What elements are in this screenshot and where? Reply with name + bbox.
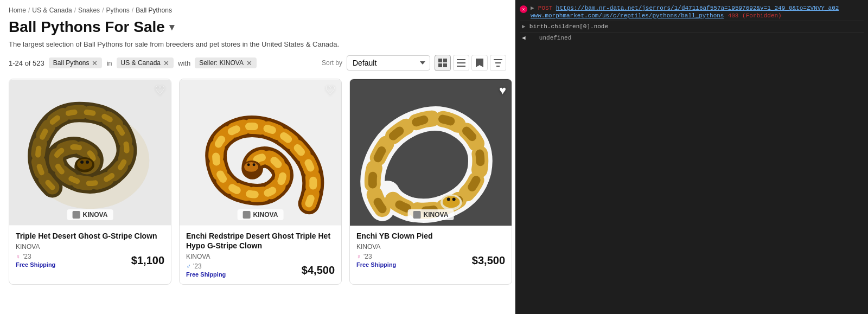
main-panel: Home / US & Canada / Snakes / Pythons / … xyxy=(0,0,515,314)
card-sex-year-3: ♀ '23 xyxy=(356,253,396,260)
product-card-1[interactable]: ♡ KINOVA Triple Het Desert Ghost G-Strip… xyxy=(9,79,171,285)
svg-rect-0 xyxy=(438,59,442,62)
breadcrumb-sep-2: / xyxy=(74,7,76,14)
svg-point-23 xyxy=(443,196,460,208)
sort-select[interactable]: Default Price: Low to High Price: High t… xyxy=(347,55,430,71)
card-price-2: $4,500 xyxy=(302,264,335,277)
console-birth-arrow[interactable]: ▶ xyxy=(522,23,526,30)
card-shipping-1: Free Shipping xyxy=(16,261,55,268)
console-undefined-row: ◀ undefined xyxy=(520,33,864,43)
svg-point-19 xyxy=(247,163,250,166)
snake-illustration-3 xyxy=(350,79,512,226)
card-title-3: Enchi YB Clown Pied xyxy=(356,231,505,241)
svg-rect-4 xyxy=(457,59,465,60)
console-method: POST xyxy=(538,5,556,11)
svg-rect-3 xyxy=(443,63,447,67)
breadcrumb-pythons[interactable]: Pythons xyxy=(106,7,129,14)
saved-view-button[interactable] xyxy=(471,55,488,71)
card-sex-year-1: ♀ '23 xyxy=(16,253,55,260)
seller-badge-1: KINOVA xyxy=(67,209,113,220)
filter-bar: 1-24 of 523 Ball Pythons ✕ in US & Canad… xyxy=(9,55,506,71)
filter-with-label: with xyxy=(178,59,190,67)
card-seller-3: KINOVA xyxy=(356,243,505,251)
seller-badge-3: KINOVA xyxy=(408,209,454,220)
remove-filter-ball-pythons[interactable]: ✕ xyxy=(92,60,98,67)
breadcrumb-sep-1: / xyxy=(28,7,30,14)
sex-icon-2: ♂ xyxy=(186,262,191,270)
remove-filter-seller-kinova[interactable]: ✕ xyxy=(246,60,252,67)
result-count: 1-24 of 523 xyxy=(9,59,44,67)
svg-point-14 xyxy=(80,161,84,164)
console-expand-arrow[interactable]: ▶ xyxy=(531,5,534,11)
svg-point-20 xyxy=(253,163,256,166)
title-dropdown-icon[interactable]: ▾ xyxy=(169,21,174,33)
card-price-3: $3,500 xyxy=(472,254,505,267)
card-info-2: Enchi Redstripe Desert Ghost Triple Het … xyxy=(180,226,341,284)
wishlist-button-1[interactable]: ♡ xyxy=(155,85,165,97)
dev-console-panel: ✕ ▶ POST https://bam.nr-data.net/jserror… xyxy=(515,0,868,314)
console-error-row: ✕ ▶ POST https://bam.nr-data.net/jserror… xyxy=(520,3,864,21)
card-shipping-3: Free Shipping xyxy=(356,261,396,268)
snake-illustration-1 xyxy=(9,79,171,226)
svg-rect-8 xyxy=(495,62,501,63)
card-seller-2: KINOVA xyxy=(186,253,335,260)
sort-label: Sort by xyxy=(322,59,342,67)
seller-logo-3 xyxy=(413,211,421,219)
sex-icon-3: ♀ xyxy=(356,253,361,260)
svg-rect-1 xyxy=(443,59,447,62)
breadcrumb: Home / US & Canada / Snakes / Pythons / … xyxy=(9,7,506,14)
card-meta-1: ♀ '23 Free Shipping xyxy=(16,253,55,268)
wishlist-button-3[interactable]: ♥ xyxy=(499,85,506,97)
breadcrumb-home[interactable]: Home xyxy=(9,7,26,14)
breadcrumb-current: Ball Pythons xyxy=(136,7,172,14)
console-url-2[interactable]: www.morphmarket.com/us/c/reptiles/python… xyxy=(531,12,724,19)
console-birth-row: ▶ birth.children[0].node xyxy=(520,21,864,33)
page-title: Ball Pythons For Sale ▾ xyxy=(9,18,506,36)
svg-rect-6 xyxy=(457,66,465,67)
card-image-3: ♥ KINOVA xyxy=(350,79,512,226)
card-seller-1: KINOVA xyxy=(16,243,164,251)
console-url-1[interactable]: https://bam.nr-data.net/jserrors/1/d4711… xyxy=(556,5,839,11)
breadcrumb-sep-3: / xyxy=(102,7,104,14)
breadcrumb-us-canada[interactable]: US & Canada xyxy=(32,7,72,14)
product-grid: ♡ KINOVA Triple Het Desert Ghost G-Strip… xyxy=(9,79,506,285)
card-bottom-3: ♀ '23 Free Shipping $3,500 xyxy=(356,253,505,268)
list-view-button[interactable] xyxy=(453,55,469,71)
svg-rect-9 xyxy=(496,66,500,67)
snake-illustration-2 xyxy=(180,79,341,226)
card-shipping-2: Free Shipping xyxy=(186,271,226,278)
card-info-3: Enchi YB Clown Pied KINOVA ♀ '23 Free Sh… xyxy=(350,226,512,274)
card-price-1: $1,100 xyxy=(131,254,164,267)
filter-tag-us-canada: US & Canada ✕ xyxy=(117,57,174,68)
svg-point-25 xyxy=(452,197,456,201)
grid-view-button[interactable] xyxy=(435,55,451,71)
breadcrumb-snakes[interactable]: Snakes xyxy=(78,7,100,14)
svg-point-15 xyxy=(86,161,89,164)
remove-filter-us-canada[interactable]: ✕ xyxy=(163,60,169,67)
console-birth-text: birth.children[0].node xyxy=(529,23,608,30)
card-bottom-1: ♀ '23 Free Shipping $1,100 xyxy=(16,253,164,268)
card-sex-year-2: ♂ '23 xyxy=(186,262,226,270)
console-undefined-text: undefined xyxy=(529,35,571,41)
seller-badge-2: KINOVA xyxy=(238,209,284,220)
card-meta-2: ♂ '23 Free Shipping xyxy=(186,262,226,278)
card-image-2: ♡ KINOVA xyxy=(180,79,341,226)
filter-button[interactable] xyxy=(490,55,506,71)
svg-rect-2 xyxy=(438,63,442,67)
sex-icon-1: ♀ xyxy=(16,253,21,260)
wishlist-button-2[interactable]: ♡ xyxy=(325,85,336,97)
card-meta-3: ♀ '23 Free Shipping xyxy=(356,253,396,268)
card-title-1: Triple Het Desert Ghost G-Stripe Clown xyxy=(16,231,164,241)
card-bottom-2: ♂ '23 Free Shipping $4,500 xyxy=(186,262,335,278)
svg-point-13 xyxy=(77,159,92,170)
filter-tag-ball-pythons: Ball Pythons ✕ xyxy=(49,57,103,68)
console-undefined-arrow[interactable]: ◀ xyxy=(522,35,526,41)
page-subtitle: The largest selection of Ball Pythons fo… xyxy=(9,40,506,48)
svg-rect-5 xyxy=(457,62,465,63)
product-card-3[interactable]: ♥ KINOVA Enchi YB Clown Pied KINOVA ♀ '2… xyxy=(349,79,512,285)
card-info-1: Triple Het Desert Ghost G-Stripe Clown K… xyxy=(9,226,171,274)
product-card-2[interactable]: ♡ KINOVA Enchi Redstripe Desert Ghost Tr… xyxy=(179,79,342,285)
svg-point-24 xyxy=(447,197,450,201)
svg-rect-7 xyxy=(494,59,502,60)
breadcrumb-sep-4: / xyxy=(132,7,133,14)
